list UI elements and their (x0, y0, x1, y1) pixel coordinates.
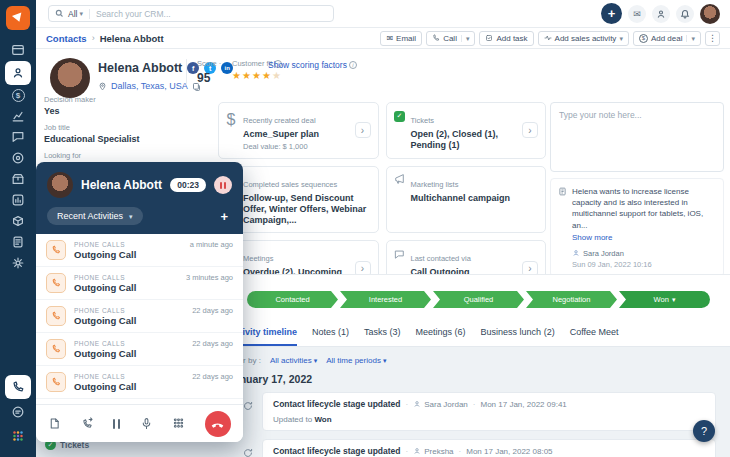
timeline-entry-timestamp: Mon 17 Jan, 2022 08:05 (466, 447, 552, 456)
sidebar-item-phone[interactable] (5, 375, 31, 399)
add-task-button[interactable]: Add task (479, 31, 533, 46)
time-period-filter-dropdown[interactable]: All time periods▾ (326, 356, 386, 365)
sidebar-item-analytics[interactable] (5, 106, 31, 126)
star-icon: ★ (232, 70, 242, 81)
card-title: Last contacted via (411, 254, 471, 263)
chevron-right-button[interactable]: › (522, 122, 538, 138)
sidebar-item-deals[interactable]: $ (5, 85, 31, 105)
stage-negotiation[interactable]: Negotiation (526, 291, 617, 308)
stage-qualified[interactable]: Qualified (433, 291, 524, 308)
chevron-down-icon[interactable]: ▾ (686, 35, 695, 42)
card-marketing-lists[interactable]: Marketing lists Multichannel campaign (386, 166, 547, 234)
timeline-entry-author: Sara Jordan (413, 400, 468, 409)
card-recent-deal[interactable]: $ Recently created deal Acme_Super plan … (218, 102, 379, 159)
show-more-link[interactable]: Show more (572, 233, 716, 242)
call-log-item[interactable]: PHONE CALLS Outgoing Call 22 days ago (36, 333, 243, 366)
stage-contacted[interactable]: Contacted (247, 291, 338, 308)
email-button[interactable]: ✉ Email (380, 31, 422, 46)
freshworks-logo-icon[interactable] (6, 6, 30, 30)
sidebar-item-dashboard[interactable] (5, 40, 31, 60)
end-call-button[interactable] (205, 411, 231, 437)
tab-tasks[interactable]: Tasks (3) (364, 327, 401, 346)
document-icon (11, 235, 25, 249)
call-title: Outgoing Call (74, 249, 182, 260)
call-category: PHONE CALLS (74, 373, 184, 380)
messaging-icon (11, 405, 25, 419)
sidebar-item-apps[interactable] (5, 426, 31, 446)
call-log-item[interactable]: PHONE CALLS Outgoing Call a minute ago (36, 234, 243, 267)
timeline-entry-title: Contact lifecycle stage updated (273, 446, 401, 456)
summary-cards: $ Recently created deal Acme_Super plan … (218, 102, 546, 297)
user-avatar[interactable] (700, 4, 720, 24)
call-contact-avatar (47, 172, 73, 198)
call-log-item[interactable]: PHONE CALLS Outgoing Call 22 days ago (36, 300, 243, 333)
dialpad-button[interactable] (172, 417, 185, 430)
outgoing-call-icon (46, 372, 66, 392)
crm-app: $ (0, 0, 730, 457)
inbox-button[interactable]: ✉ (628, 5, 646, 23)
notifications-button[interactable] (676, 5, 694, 23)
contact-location: Dallas, Texas, USA (111, 81, 188, 91)
recent-activities-dropdown[interactable]: Recent Activities ▾ (47, 207, 143, 225)
megaphone-icon (394, 174, 405, 185)
breadcrumb-separator-icon: › (92, 33, 95, 43)
sidebar-item-settings[interactable] (5, 253, 31, 273)
sidebar-item-documents[interactable] (5, 232, 31, 252)
sidebar-item-conversations[interactable] (5, 127, 31, 147)
breadcrumb-contacts-link[interactable]: Contacts (46, 33, 87, 44)
transfer-call-button[interactable] (81, 417, 94, 430)
pause-icon[interactable] (113, 419, 120, 429)
chevron-right-button[interactable]: › (355, 122, 371, 138)
call-title: Outgoing Call (74, 348, 184, 359)
timeline-card[interactable]: Contact lifecycle stage updated · Preksh… (262, 439, 716, 457)
call-notes-button[interactable] (48, 417, 61, 430)
gear-icon (11, 256, 25, 270)
card-title: Recently created deal (243, 116, 316, 125)
card-tickets[interactable]: ✓ Tickets Open (2), Closed (1), Pending … (386, 102, 547, 159)
call-button[interactable]: Call ▾ (426, 31, 475, 46)
sidebar-item-products[interactable] (5, 169, 31, 189)
topbar: All ▾ + ✉ (36, 0, 730, 28)
stage-interested[interactable]: Interested (340, 291, 431, 308)
quick-add-button[interactable]: + (601, 3, 622, 24)
add-deal-button[interactable]: $ Add deal ▾ (633, 31, 701, 46)
call-category: PHONE CALLS (74, 307, 184, 314)
note-input-box[interactable] (550, 102, 724, 172)
show-scoring-factors-link[interactable]: Show scoring factorsi (268, 60, 357, 70)
target-icon (11, 151, 25, 165)
note-card[interactable]: Helena wants to increase license capacit… (550, 178, 724, 277)
mute-mic-button[interactable] (140, 417, 153, 430)
tab-business-lunch[interactable]: Business lunch (2) (481, 327, 555, 346)
lifecycle-stage-bar: Contacted Interested Qualified Negotiati… (247, 291, 710, 308)
call-log-item[interactable]: PHONE CALLS Outgoing Call 3 minutes ago (36, 267, 243, 300)
activities-filter-dropdown[interactable]: All activities▾ (270, 356, 317, 365)
search-input[interactable] (94, 8, 327, 20)
search-scope-dropdown[interactable]: All ▾ (68, 9, 90, 19)
sidebar-item-campaigns[interactable] (5, 148, 31, 168)
call-log-item[interactable]: PHONE CALLS Outgoing Call 22 days ago (36, 366, 243, 399)
add-activity-button[interactable]: + (220, 209, 232, 224)
tab-meetings[interactable]: Meetings (6) (416, 327, 466, 346)
sidebar-item-reports[interactable] (5, 190, 31, 210)
topbar-right-cluster: + ✉ (601, 3, 720, 24)
search-scope-label: All (68, 9, 77, 19)
help-button[interactable]: ? (693, 420, 715, 442)
timeline-card[interactable]: Contact lifecycle stage updated · Sara J… (262, 392, 716, 431)
sidebar-item-messaging[interactable] (5, 402, 31, 422)
hold-call-button[interactable] (214, 176, 232, 194)
note-textarea[interactable] (557, 108, 717, 166)
stage-won[interactable]: Won ▾ (619, 291, 710, 308)
phone-forward-icon (81, 417, 94, 430)
tab-notes[interactable]: Notes (1) (312, 327, 349, 346)
more-actions-button[interactable]: ⋮ (705, 31, 720, 46)
sidebar-item-integrations[interactable] (5, 211, 31, 231)
profile-button[interactable] (652, 5, 670, 23)
sidebar-item-contacts[interactable] (5, 61, 31, 85)
tab-coffee-meet[interactable]: Coffee Meet (570, 327, 619, 346)
add-sales-activity-label: Add sales activity (555, 34, 617, 43)
dashboard-icon (11, 43, 25, 57)
global-search[interactable]: All ▾ (48, 5, 334, 22)
note-timestamp: Sun 09 Jan, 2022 10:16 (572, 260, 716, 269)
add-sales-activity-button[interactable]: Add sales activity ▾ (538, 31, 629, 46)
chevron-down-icon[interactable]: ▾ (461, 35, 470, 42)
